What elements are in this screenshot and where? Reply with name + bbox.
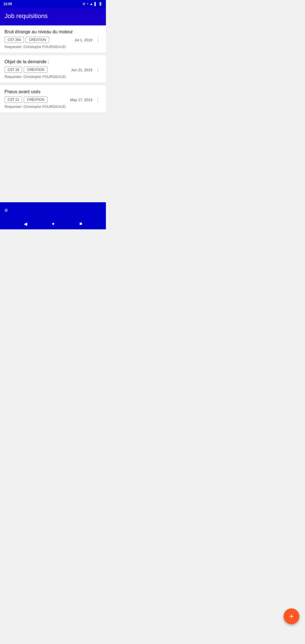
wifi-icon: ▲	[90, 2, 93, 6]
status-bar: 12:00 ⚙ • ▲ ▌ 🔋	[0, 0, 106, 8]
divider-2	[0, 83, 106, 85]
empty-area	[0, 113, 106, 169]
battery-icon: 🔋	[98, 2, 103, 6]
job-date-more-3: May 17, 2019 ⋮	[70, 97, 101, 103]
settings-icon: ⚙	[82, 2, 86, 6]
job-status-tag-1: CRÉATION	[26, 37, 49, 43]
job-item-1[interactable]: Bruit étrange au niveau du moteur CST 26…	[0, 25, 106, 53]
status-icons: ⚙ • ▲ ▌ 🔋	[82, 2, 103, 6]
job-date-1: Jul 1, 2019	[74, 38, 92, 42]
page-title: Job requisitions	[5, 12, 101, 20]
page-header: Job requisitions	[0, 8, 106, 25]
job-item-3[interactable]: Pneus avant usés CST 12 CRÉATION May 17,…	[0, 85, 106, 113]
job-list: Bruit étrange au niveau du moteur CST 26…	[0, 25, 106, 202]
job-code-tag-1: CST 264	[5, 37, 24, 43]
more-icon-2[interactable]: ⋮	[94, 67, 101, 73]
job-code-tag-2: CST 18	[5, 67, 22, 73]
job-tags-2: CST 18 CRÉATION	[5, 67, 47, 73]
job-status-tag-3: CRÉATION	[24, 97, 47, 103]
job-status-tag-2: CRÉATION	[24, 67, 47, 73]
job-title-2: Objet de la demande :	[5, 59, 101, 64]
android-nav-bar: ◀ ● ■	[0, 218, 106, 229]
job-date-more-2: Jun 21, 2019 ⋮	[71, 67, 101, 73]
more-icon-3[interactable]: ⋮	[94, 97, 101, 103]
hamburger-icon[interactable]: ≡	[5, 207, 8, 214]
recent-button[interactable]: ■	[79, 221, 82, 226]
job-tags-3: CST 12 CRÉATION	[5, 97, 47, 103]
home-button[interactable]: ●	[52, 221, 55, 226]
job-date-2: Jun 21, 2019	[71, 68, 92, 72]
job-meta-row-2: CST 18 CRÉATION Jun 21, 2019 ⋮	[5, 67, 101, 73]
job-title-1: Bruit étrange au niveau du moteur	[5, 29, 101, 34]
job-title-3: Pneus avant usés	[5, 89, 101, 94]
back-button[interactable]: ◀	[24, 221, 27, 227]
divider-1	[0, 53, 106, 55]
job-meta-row-3: CST 12 CRÉATION May 17, 2019 ⋮	[5, 97, 101, 103]
more-icon-1[interactable]: ⋮	[94, 37, 101, 43]
job-item-2[interactable]: Objet de la demande : CST 18 CRÉATION Ju…	[0, 55, 106, 83]
job-requester-1: Requester: Christophe FOURGEAUD	[5, 45, 101, 49]
job-date-3: May 17, 2019	[70, 98, 92, 102]
signal-icon: ▌	[94, 2, 97, 6]
job-requester-3: Requester: Christophe FOURGEAUD	[5, 105, 101, 109]
job-code-tag-3: CST 12	[5, 97, 22, 103]
job-requester-2: Requester: Christophe FOURGEAUD	[5, 75, 101, 79]
job-meta-row-1: CST 264 CRÉATION Jul 1, 2019 ⋮	[5, 37, 101, 43]
job-tags-1: CST 264 CRÉATION	[5, 37, 49, 43]
status-time: 12:00	[3, 2, 12, 6]
job-date-more-1: Jul 1, 2019 ⋮	[74, 37, 101, 43]
bottom-bar: ≡	[0, 202, 106, 218]
dot-icon: •	[87, 2, 88, 6]
